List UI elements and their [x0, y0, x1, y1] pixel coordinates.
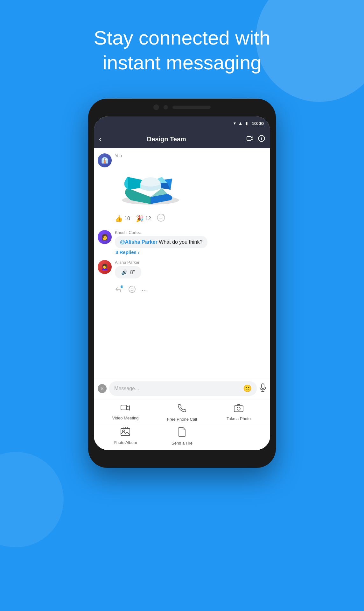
phone-wrapper: ▾ ▲ ▮ 10:00 ‹ Design Team — [88, 99, 276, 468]
close-button[interactable]: ✕ — [98, 384, 107, 393]
voice-bubble: 🔊 8" — [115, 266, 141, 278]
send-file-icon — [178, 427, 186, 439]
free-phone-call-item[interactable]: Free Phone Call — [154, 404, 210, 422]
msg-sender-3: Alisha Parker — [115, 260, 141, 265]
thumbsup-emoji: 👍 — [115, 215, 123, 222]
svg-point-7 — [162, 217, 162, 217]
replies-count: 3 Replies — [116, 249, 136, 255]
message-row-1: 👔 You — [98, 153, 266, 207]
signal-icon: ▲ — [238, 121, 243, 126]
emoji-input-icon[interactable]: 🙂 — [243, 384, 252, 393]
bottom-row-2: Photo Album Send a File — [94, 425, 270, 450]
info-icon[interactable]: i — [258, 135, 265, 144]
party-count: 12 — [145, 216, 151, 221]
msg-content-3: Alisha Parker 🔊 8" — [115, 260, 141, 278]
thumbsup-count: 10 — [124, 216, 130, 221]
avatar-alisha-img: 👩‍🦱 — [98, 260, 112, 274]
phone-shell: ▾ ▲ ▮ 10:00 ‹ Design Team — [88, 99, 276, 468]
avatar-alisha: 👩‍🦱 — [98, 260, 112, 274]
more-actions-icon[interactable]: ··· — [142, 286, 147, 294]
send-file-label: Send a File — [172, 441, 192, 446]
party-reaction[interactable]: 🎉 12 — [136, 215, 151, 222]
avatar-you-img: 👔 — [98, 153, 112, 167]
message-row-2: 👩 Khushi Cortez @Alisha Parker What do y… — [98, 230, 266, 255]
party-emoji: 🎉 — [136, 215, 144, 222]
message-input-field[interactable]: Message... 🙂 — [109, 381, 257, 396]
add-reaction-button[interactable] — [157, 214, 165, 224]
bottom-actions: Video Meeting Free Phone Call — [94, 399, 270, 450]
svg-text:i: i — [261, 136, 262, 141]
chat-title: Design Team — [106, 136, 228, 143]
message-input-area: ✕ Message... 🙂 — [94, 378, 270, 399]
battery-icon: ▮ — [245, 121, 248, 126]
app-header: ‹ Design Team i — [94, 130, 270, 148]
svg-rect-22 — [234, 406, 243, 412]
voice-duration: 8" — [130, 270, 135, 275]
free-phone-call-label: Free Phone Call — [167, 417, 197, 422]
phone-top-bar — [153, 104, 211, 110]
bottom-row-1: Video Meeting Free Phone Call — [94, 399, 270, 425]
svg-point-13 — [131, 289, 132, 289]
svg-point-23 — [237, 407, 240, 410]
phone-call-icon — [178, 404, 186, 415]
msg-text-2: @Alisha Parker What do you think? — [120, 239, 202, 245]
take-photo-icon — [234, 404, 243, 414]
thumbsup-reaction[interactable]: 👍 10 — [115, 215, 130, 222]
video-meeting-item[interactable]: Video Meeting — [97, 404, 154, 422]
camera-dot — [153, 104, 159, 110]
take-photo-label: Take a Photo — [227, 416, 251, 421]
svg-rect-0 — [247, 137, 251, 140]
camera-dot2 — [164, 105, 168, 109]
voice-wave-icon: 🔊 — [121, 269, 128, 275]
photo-album-icon — [121, 427, 130, 438]
header-icons: i — [247, 135, 265, 144]
msg-actions-row: + — [98, 284, 266, 295]
reply-action-icon[interactable]: + — [115, 285, 122, 295]
phone-screen: ▾ ▲ ▮ 10:00 ‹ Design Team — [94, 116, 270, 450]
input-icons: 🙂 — [243, 384, 252, 393]
hero-line2: instant messaging — [102, 52, 262, 74]
pie-chart — [115, 159, 185, 207]
photo-album-item[interactable]: Photo Album — [97, 427, 154, 446]
speaker-bar — [172, 106, 211, 109]
message-placeholder: Message... — [114, 386, 139, 391]
send-file-item[interactable]: Send a File — [154, 427, 210, 446]
hero-line1: Stay connected with — [94, 27, 270, 49]
msg-content-1: You — [115, 153, 185, 207]
svg-rect-21 — [121, 405, 127, 410]
microphone-icon[interactable] — [259, 383, 266, 394]
chevron-right-icon: › — [138, 249, 139, 255]
reactions-row: 👍 10 🎉 12 — [98, 212, 266, 225]
take-photo-item[interactable]: Take a Photo — [210, 404, 267, 422]
emoji-action-icon[interactable] — [128, 285, 136, 295]
svg-text:+: + — [121, 286, 122, 288]
avatar-khushi: 👩 — [98, 230, 112, 244]
video-call-icon[interactable] — [247, 136, 254, 143]
video-meeting-icon — [121, 404, 130, 414]
avatar-you: 👔 — [98, 153, 112, 167]
msg-bubble-2: @Alisha Parker What do you think? — [115, 236, 207, 248]
bg-circle-bottom — [0, 452, 64, 547]
replies-link[interactable]: 3 Replies › — [115, 249, 207, 255]
svg-rect-24 — [121, 428, 130, 436]
chat-area: 👔 You — [94, 148, 270, 378]
hero-text: Stay connected with instant messaging — [0, 25, 364, 75]
msg-sender-2: Khushi Cortez — [115, 230, 207, 235]
svg-point-14 — [133, 289, 133, 289]
back-button[interactable]: ‹ — [99, 134, 102, 144]
video-meeting-label: Video Meeting — [112, 416, 139, 420]
message-row-3: 👩‍🦱 Alisha Parker 🔊 8" — [98, 260, 266, 278]
avatar-khushi-img: 👩 — [98, 230, 112, 244]
msg-text-content-2: What do you think? — [158, 239, 202, 245]
msg-content-2: Khushi Cortez @Alisha Parker What do you… — [115, 230, 207, 255]
status-bar: ▾ ▲ ▮ 10:00 — [94, 116, 270, 130]
svg-point-6 — [160, 217, 160, 217]
wifi-icon: ▾ — [234, 121, 236, 126]
msg-sender-1: You — [115, 153, 185, 158]
status-time: 10:00 — [252, 121, 264, 126]
mention-alisha: @Alisha Parker — [120, 239, 158, 245]
photo-album-label: Photo Album — [114, 440, 137, 445]
svg-rect-18 — [262, 384, 264, 389]
